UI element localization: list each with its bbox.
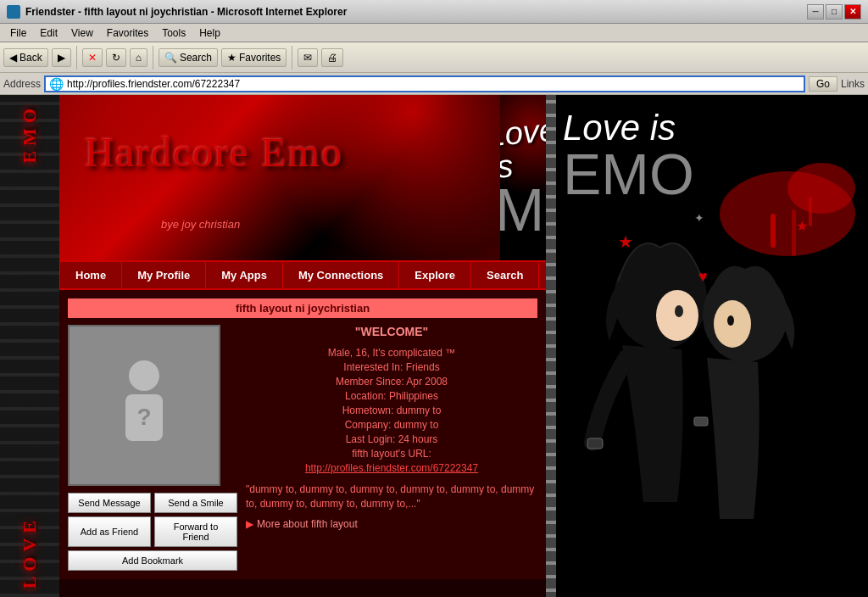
splatter-bg bbox=[59, 95, 500, 260]
stop-button[interactable]: ✕ bbox=[82, 48, 103, 67]
love-is-text: Love is bbox=[500, 113, 546, 183]
forward-friend-button[interactable]: Forward to Friend bbox=[154, 516, 237, 547]
svg-rect-11 bbox=[587, 438, 603, 449]
info-line-3: Location: Philippines bbox=[246, 390, 537, 402]
star-icon: ★ bbox=[227, 52, 236, 64]
profile-body: ? Send Message Send a Smile Add as Frien… bbox=[68, 325, 537, 571]
send-message-button[interactable]: Send Message bbox=[68, 493, 151, 513]
profile-photo: ? bbox=[68, 325, 220, 486]
browser-icon bbox=[7, 5, 20, 19]
menu-help[interactable]: Help bbox=[192, 25, 227, 41]
profile-left: ? Send Message Send a Smile Add as Frien… bbox=[68, 325, 237, 571]
minimize-button[interactable]: ─ bbox=[807, 4, 824, 20]
mail-icon: ✉ bbox=[303, 52, 312, 64]
emo-image: ★ ★ ✦ ♥ Love is EMO bbox=[546, 95, 868, 597]
address-label: Address bbox=[3, 78, 41, 90]
more-link-text: More about fifth layout bbox=[257, 518, 358, 530]
address-field-wrap[interactable]: 🌐 bbox=[44, 75, 805, 92]
add-bookmark-button[interactable]: Add Bookmark bbox=[68, 550, 237, 571]
action-buttons: Send Message Send a Smile Add as Friend … bbox=[68, 493, 237, 571]
info-line-5: Company: dummy to bbox=[246, 419, 537, 431]
search-icon: 🔍 bbox=[164, 52, 177, 64]
emo-art-svg: ★ ★ ✦ ♥ bbox=[550, 146, 864, 597]
svg-rect-15 bbox=[694, 417, 708, 426]
back-icon: ◀ bbox=[9, 52, 17, 64]
print-icon: 🖨 bbox=[327, 52, 337, 64]
menu-edit[interactable]: Edit bbox=[33, 25, 64, 41]
profile-section: fifth layout ni joychristian ? bbox=[59, 290, 546, 579]
left-sidebar: EMO LOVE bbox=[0, 95, 59, 597]
nav-my-connections[interactable]: My Connections bbox=[283, 262, 399, 288]
header-banner: Hardcore Emo bye joy christian Love is E… bbox=[59, 95, 546, 260]
menu-tools[interactable]: Tools bbox=[155, 25, 192, 41]
menu-view[interactable]: View bbox=[64, 25, 100, 41]
nav-my-apps[interactable]: My Apps bbox=[206, 262, 283, 288]
window-controls: ─ □ ✕ bbox=[807, 4, 861, 20]
refresh-button[interactable]: ↻ bbox=[106, 48, 126, 67]
add-friend-button[interactable]: Add as Friend bbox=[68, 516, 151, 547]
info-url[interactable]: http://profiles.friendster.com/67222347 bbox=[246, 462, 537, 474]
header-subtitle: bye joy christian bbox=[161, 218, 240, 231]
nav-explore[interactable]: Explore bbox=[399, 262, 471, 288]
restore-button[interactable]: □ bbox=[826, 4, 843, 20]
home-button[interactable]: ⌂ bbox=[130, 48, 147, 67]
mail-button[interactable]: ✉ bbox=[298, 48, 318, 67]
header-title: Hardcore Emo bbox=[85, 129, 343, 173]
svg-point-0 bbox=[129, 360, 159, 391]
toolbar: ◀ Back ▶ ✕ ↻ ⌂ 🔍 Search ★ Favorites ✉ 🖨 bbox=[0, 42, 868, 73]
refresh-icon: ↻ bbox=[112, 52, 120, 64]
nav-bar: Home My Profile My Apps My Connections E… bbox=[59, 260, 546, 290]
forward-button[interactable]: ▶ bbox=[52, 48, 71, 67]
forward-icon: ▶ bbox=[58, 52, 65, 64]
back-button[interactable]: ◀ Back bbox=[3, 48, 48, 67]
menu-favorites[interactable]: Favorites bbox=[100, 25, 155, 41]
send-smile-button[interactable]: Send a Smile bbox=[154, 493, 237, 513]
sidebar-top-text: EMO bbox=[19, 103, 41, 164]
links-button[interactable]: Links bbox=[841, 78, 865, 90]
svg-text:★: ★ bbox=[796, 219, 808, 233]
info-line-4: Hometown: dummy to bbox=[246, 405, 537, 416]
emo-overlay-text: Love is EMO bbox=[546, 95, 868, 213]
title-bar: Friendster - fifth layout ni joychristia… bbox=[0, 0, 868, 24]
svg-text:★: ★ bbox=[618, 232, 633, 251]
more-link-arrow: ▶ bbox=[246, 518, 253, 530]
emo-big-text: EMO bbox=[500, 181, 546, 240]
svg-text:?: ? bbox=[136, 404, 151, 430]
go-button[interactable]: Go bbox=[809, 76, 837, 92]
address-bar: Address 🌐 Go Links bbox=[0, 73, 868, 95]
stop-icon: ✕ bbox=[88, 52, 97, 64]
info-line-7: fifth layout's URL: bbox=[246, 448, 537, 460]
sidebar-bottom-text: LOVE bbox=[19, 516, 41, 589]
print-button[interactable]: 🖨 bbox=[321, 48, 343, 67]
nav-home[interactable]: Home bbox=[59, 262, 122, 288]
separator2 bbox=[153, 46, 153, 70]
address-input[interactable] bbox=[67, 78, 800, 90]
emo-overlay: EMO bbox=[563, 148, 851, 200]
welcome-text: "WELCOME" bbox=[246, 325, 537, 338]
svg-point-14 bbox=[727, 315, 734, 326]
info-line-6: Last Login: 24 hours bbox=[246, 433, 537, 445]
svg-rect-5 bbox=[771, 214, 776, 248]
search-button[interactable]: 🔍 Search bbox=[159, 48, 218, 67]
profile-url-link[interactable]: http://profiles.friendster.com/67222347 bbox=[305, 462, 478, 474]
close-button[interactable]: ✕ bbox=[844, 4, 861, 20]
menu-file[interactable]: File bbox=[3, 25, 33, 41]
home-icon: ⌂ bbox=[136, 52, 142, 64]
favorites-button[interactable]: ★ Favorites bbox=[221, 48, 287, 67]
window-title: Friendster - fifth layout ni joychristia… bbox=[25, 6, 807, 18]
profile-photo-placeholder: ? bbox=[110, 357, 178, 454]
nav-my-profile[interactable]: My Profile bbox=[122, 262, 206, 288]
main-content: Hardcore Emo bye joy christian Love is E… bbox=[59, 95, 546, 597]
info-line-1: Interested In: Friends bbox=[246, 361, 537, 373]
page-content: EMO LOVE Hardcore Emo bye joy christian … bbox=[0, 95, 868, 597]
separator bbox=[76, 46, 77, 70]
nav-search[interactable]: Search bbox=[471, 262, 539, 288]
info-line-0: Male, 16, It's complicated ™ bbox=[246, 347, 537, 359]
header-right: Love is EMO bbox=[500, 95, 546, 260]
header-left: Hardcore Emo bye joy christian bbox=[59, 95, 500, 260]
profile-right: "WELCOME" Male, 16, It's complicated ™ I… bbox=[246, 325, 537, 571]
separator3 bbox=[292, 46, 292, 70]
info-line-2: Member Since: Apr 2008 bbox=[246, 376, 537, 388]
more-link[interactable]: ▶ More about fifth layout bbox=[246, 518, 537, 530]
profile-name-bar: fifth layout ni joychristian bbox=[68, 298, 537, 318]
